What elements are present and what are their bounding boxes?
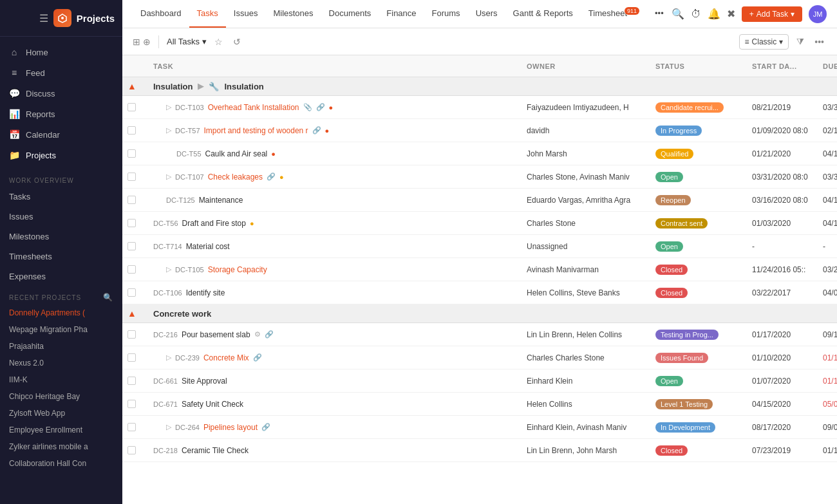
checkbox[interactable] (127, 149, 136, 158)
nav-timesheet[interactable]: Timesheet 911 (581, 0, 647, 28)
group-concrete[interactable]: ▲ Concrete work (122, 304, 837, 323)
user-avatar[interactable]: JM (809, 5, 827, 23)
checkbox[interactable] (127, 219, 136, 227)
task-name[interactable]: Safety Unit Check (182, 400, 243, 409)
checkbox[interactable] (127, 377, 136, 385)
issues-label: Issues (9, 212, 33, 221)
checkbox[interactable] (127, 423, 136, 431)
nav-issues[interactable]: Issues (226, 0, 266, 28)
recent-project-collaboration[interactable]: Collaboration Hall Con (0, 455, 122, 472)
star-icon[interactable]: ☆ (212, 35, 225, 48)
sidebar-item-timesheets[interactable]: Timesheets (0, 247, 122, 266)
nav-documents[interactable]: Documents (321, 0, 379, 28)
recent-project-zylsoft[interactable]: Zylsoft Web App (0, 405, 122, 422)
nav-tasks[interactable]: Tasks (189, 0, 226, 28)
link-icon: 🔗 (267, 173, 276, 181)
task-name[interactable]: Concrete Mix (203, 353, 249, 362)
group-collapse-icon[interactable]: ▲ (127, 308, 153, 319)
nav-forums[interactable]: Forums (424, 0, 468, 28)
task-name[interactable]: Ceramic Tile Check (182, 446, 249, 455)
feed-icon: ≡ (9, 68, 19, 78)
nav-finance[interactable]: Finance (379, 0, 424, 28)
task-name[interactable]: Pour basement slab (182, 330, 250, 339)
status: In Progress (655, 126, 752, 136)
status-badge: In Progress (655, 126, 702, 136)
nav-more[interactable]: ••• (647, 0, 672, 28)
search-recent-icon[interactable]: 🔍 (103, 293, 113, 302)
group-collapse-icon[interactable]: ▲ (127, 81, 153, 91)
search-icon[interactable]: 🔍 (672, 8, 684, 20)
classic-view-button[interactable]: ≡ Classic ▾ (739, 34, 789, 50)
task-name[interactable]: Site Approval (182, 377, 227, 386)
recent-project-zylker[interactable]: Zylker airlines mobile a (0, 438, 122, 455)
sidebar-item-milestones[interactable]: Milestones (0, 227, 122, 247)
all-tasks-button[interactable]: All Tasks ▾ (167, 37, 207, 46)
task-info: DC-216 Pour basement slab ⚙ 🔗 (153, 330, 527, 339)
task-name[interactable]: Import and testing of wooden r (204, 126, 308, 135)
chat-icon[interactable]: ✖ (727, 8, 735, 20)
timer-icon[interactable]: ⏱ (691, 8, 701, 20)
checkbox[interactable] (127, 126, 136, 135)
sidebar-item-projects-label: Projects (26, 151, 56, 160)
recent-project-nexus[interactable]: Nexus 2.0 (0, 355, 122, 371)
status-badge: Closed (655, 445, 688, 456)
sidebar-item-issues[interactable]: Issues (0, 207, 122, 227)
checkbox[interactable] (127, 353, 136, 362)
checkbox[interactable] (127, 400, 136, 408)
task-name[interactable]: Identify site (186, 288, 225, 297)
task-name[interactable]: Overhead Tank Installation (208, 103, 299, 112)
checkbox[interactable] (127, 330, 136, 339)
nav-dashboard[interactable]: Dashboard (133, 0, 189, 28)
task-name[interactable]: Draft and Fire stop (182, 219, 246, 228)
refresh-icon[interactable]: ↺ (230, 35, 243, 48)
sidebar-item-feed[interactable]: ≡ Feed (0, 62, 122, 83)
sidebar-item-home[interactable]: ⌂ Home (0, 42, 122, 62)
sidebar-item-calendar[interactable]: 📅 Calendar (0, 124, 122, 145)
row-check (127, 288, 153, 297)
sidebar-item-tasks[interactable]: Tasks (0, 187, 122, 207)
add-row-icon[interactable]: ⊕ (143, 37, 151, 47)
checkbox[interactable] (127, 242, 136, 250)
nav-milestones[interactable]: Milestones (265, 0, 321, 28)
recent-project-donnelly[interactable]: Donnelly Apartments ( (0, 304, 122, 321)
group-insulation[interactable]: ▲ Insulation ▶ 🔧 Insulation (122, 77, 837, 96)
add-task-button[interactable]: + Add Task ▾ (742, 6, 802, 22)
sidebar-nav: ⌂ Home ≡ Feed 💬 Discuss 📊 Reports 📅 Cale… (0, 37, 122, 171)
recent-project-prajaahita[interactable]: Prajaahita (0, 338, 122, 355)
sidebar-item-discuss[interactable]: 💬 Discuss (0, 83, 122, 104)
subtask-icon: ▷ (166, 423, 171, 431)
recent-project-wepage[interactable]: Wepage Migration Pha (0, 321, 122, 338)
add-chevron-icon: ▾ (791, 10, 795, 19)
start-date: 01/10/2020 (752, 353, 823, 362)
sidebar-item-projects[interactable]: 📁 Projects (0, 145, 122, 165)
recent-project-chipco[interactable]: Chipco Heritage Bay (0, 388, 122, 405)
bell-icon[interactable]: 🔔 (708, 8, 720, 20)
more-icon[interactable]: ••• (812, 35, 827, 48)
checkbox[interactable] (127, 196, 136, 204)
checkbox[interactable] (127, 446, 136, 454)
nav-gantt[interactable]: Gantt & Reports (505, 0, 581, 28)
task-name[interactable]: Caulk and Air seal (205, 149, 268, 158)
task-id: DC-T107 (175, 173, 204, 181)
due-date: 03/31/2020 09:0 (823, 173, 837, 182)
table-row: DC-671 Safety Unit Check Helen Collins L… (122, 393, 837, 416)
top-nav: Dashboard Tasks Issues Milestones Docume… (122, 0, 837, 28)
sidebar-item-reports[interactable]: 📊 Reports (0, 104, 122, 124)
task-name[interactable]: Material cost (186, 242, 230, 251)
checkbox[interactable] (127, 103, 136, 111)
hamburger-icon[interactable]: ☰ (39, 12, 48, 24)
sidebar-item-expenses[interactable]: Expenses (0, 266, 122, 286)
filter-icon[interactable]: ⧩ (794, 35, 807, 48)
checkbox[interactable] (127, 288, 136, 297)
recent-project-iimk[interactable]: IIM-K (0, 371, 122, 388)
task-name[interactable]: Check leakages (208, 173, 263, 182)
task-name[interactable]: Storage Capacity (208, 265, 267, 274)
checkbox[interactable] (127, 265, 136, 274)
task-name[interactable]: Maintenance (199, 196, 243, 205)
checkbox[interactable] (127, 173, 136, 181)
nav-users[interactable]: Users (468, 0, 505, 28)
projects-icon: 📁 (9, 150, 19, 160)
due-date: 04/04/2017 (823, 288, 837, 297)
recent-project-employee[interactable]: Employee Enrollment (0, 422, 122, 438)
task-name[interactable]: Pipelines layout (203, 423, 258, 432)
